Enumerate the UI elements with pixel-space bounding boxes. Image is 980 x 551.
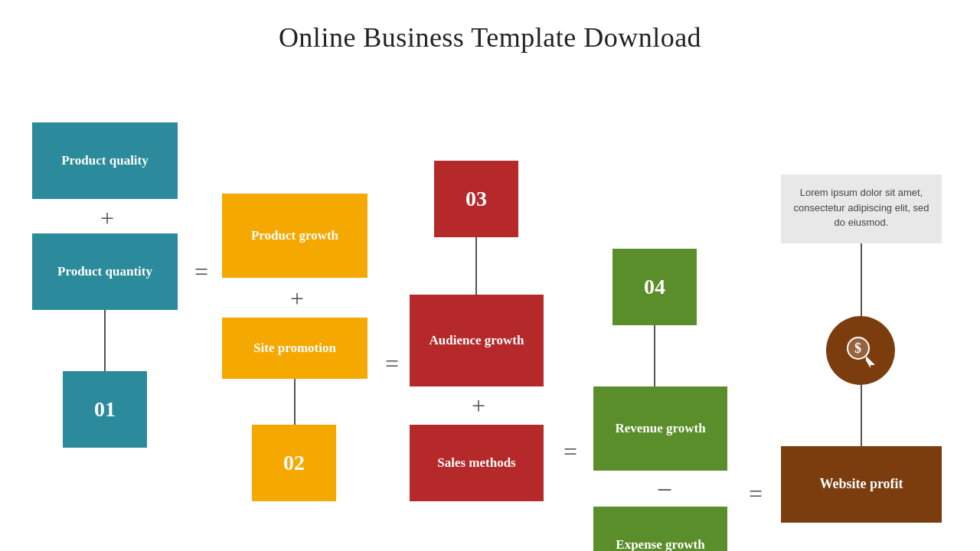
line-v5: [861, 243, 862, 316]
equals3-op: =: [551, 432, 590, 471]
num03-box: 03: [434, 161, 518, 237]
expense-growth-box: Expense growth: [593, 507, 727, 551]
line-v1: [104, 310, 106, 371]
equals2-op: =: [373, 344, 411, 383]
website-profit-box: Website profit: [781, 446, 942, 523]
svg-text:$: $: [854, 341, 861, 356]
equals1-op: =: [182, 253, 220, 291]
minus1-op: −: [649, 474, 680, 505]
line-v3: [475, 237, 477, 295]
product-quality-box: Product quality: [32, 122, 178, 199]
product-quantity-box: Product quantity: [32, 233, 178, 310]
audience-growth-box: Audience growth: [410, 295, 544, 386]
equals4-op: =: [737, 474, 775, 513]
plus1-op: +: [92, 203, 122, 233]
revenue-growth-box: Revenue growth: [593, 386, 727, 471]
plus3-op: +: [463, 390, 494, 421]
line-v2: [294, 379, 296, 425]
num02-box: 02: [252, 425, 336, 501]
site-promotion-box: Site promotion: [222, 318, 368, 379]
plus2-op: +: [282, 283, 312, 314]
line-v6: [861, 385, 862, 446]
sales-methods-box: Sales methods: [410, 425, 544, 501]
num01-box: 01: [63, 371, 147, 448]
diagram: Product quality Product quantity 01 + = …: [0, 84, 980, 536]
dollar-circle-icon: $: [826, 316, 895, 385]
product-growth-box: Product growth: [222, 194, 368, 278]
gray-text-box: Lorem ipsum dolor sit amet, consectetur …: [781, 174, 942, 243]
line-v4: [654, 325, 655, 386]
page-title: Online Business Template Download: [0, 0, 980, 61]
num04-box: 04: [612, 249, 697, 325]
